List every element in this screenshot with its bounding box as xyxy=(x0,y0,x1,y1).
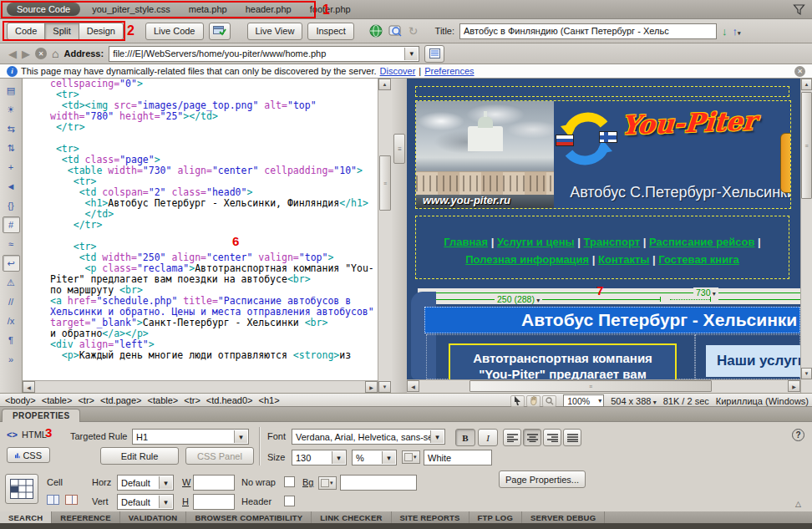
size-unit-combo[interactable]: % xyxy=(352,450,397,465)
services-heading[interactable]: Наши услуги xyxy=(706,345,800,377)
cell-width-input[interactable] xyxy=(193,475,235,491)
collapse-selection-icon[interactable]: ⇅ xyxy=(3,140,20,156)
apply-comment-icon[interactable]: // xyxy=(3,293,20,310)
tag-selector-item[interactable]: <tr> xyxy=(184,395,200,405)
related-file-tab[interactable]: footer.php xyxy=(310,4,351,14)
site-banner[interactable]: www.you-piter.ru You-Piter Автобус С.Пет… xyxy=(415,100,791,209)
bottom-tab-server-debug[interactable]: SERVER DEBUG xyxy=(522,511,605,523)
live-view-button[interactable]: Live View xyxy=(247,23,303,40)
related-file-tab[interactable]: header.php xyxy=(246,4,292,14)
code-scroll-thumb[interactable]: ≡ xyxy=(379,155,391,211)
split-cell-icon[interactable] xyxy=(65,495,78,505)
tag-selector-item[interactable]: <td.head0> xyxy=(206,395,253,405)
get-file-icon[interactable]: ↓ xyxy=(722,25,728,38)
expand-all-icon[interactable]: + xyxy=(3,159,20,175)
bold-button[interactable]: B xyxy=(455,429,475,446)
source-code-tab[interactable]: Source Code xyxy=(7,3,80,16)
address-input[interactable]: file:///E|/WebServers/home/you-piter/www… xyxy=(109,46,419,62)
bottom-tab-link-checker[interactable]: LINK CHECKER xyxy=(312,511,391,523)
design-nav-link[interactable]: Полезная информация xyxy=(465,253,589,266)
highlight-invalid-code-icon[interactable]: ≈ xyxy=(3,236,20,252)
bottom-tab-reference[interactable]: REFERENCE xyxy=(52,511,119,523)
collapse-panel-icon[interactable]: △ xyxy=(795,500,801,508)
back-icon[interactable]: ◀ xyxy=(8,48,17,60)
scroll-down-icon[interactable]: ▼ xyxy=(801,368,812,379)
collapse-full-tag-icon[interactable]: ⇆ xyxy=(3,120,20,137)
code-editor[interactable]: cellspacing="0">20 <tr>21 <td><img src="… xyxy=(23,79,378,380)
align-center-icon[interactable] xyxy=(523,429,541,446)
scroll-right-icon[interactable]: ▶ xyxy=(365,381,378,393)
format-source-icon[interactable]: ¶ xyxy=(3,332,20,348)
text-color-input[interactable]: White xyxy=(424,450,492,465)
header-checkbox[interactable] xyxy=(284,496,295,506)
italic-button[interactable]: I xyxy=(478,429,498,446)
tag-selector-item[interactable]: <tr> xyxy=(78,395,94,405)
design-nav-link[interactable]: Транспорт xyxy=(584,236,641,248)
design-nav-link[interactable]: Расписание рейсов xyxy=(649,236,754,248)
design-horizontal-scrollbar[interactable]: ◀ ≡ ▶ xyxy=(407,379,800,393)
design-view-button[interactable]: Design xyxy=(79,23,124,40)
vert-combo[interactable]: Default xyxy=(117,494,174,510)
scroll-left-icon[interactable]: ◀ xyxy=(23,381,35,393)
bg-color-input[interactable] xyxy=(340,475,417,491)
merge-cells-icon[interactable] xyxy=(47,495,59,505)
scroll-up-icon[interactable]: ▲ xyxy=(801,79,812,90)
filter-related-files-icon[interactable] xyxy=(793,3,805,16)
html-mode-button[interactable]: HTML xyxy=(22,430,47,440)
tag-selector-item[interactable]: <body> xyxy=(5,395,36,405)
split-view-divider[interactable] xyxy=(392,79,407,393)
expand-more-icon[interactable]: » xyxy=(3,351,20,368)
put-file-icon[interactable]: ↑▾ xyxy=(733,25,741,38)
code-view-button[interactable]: Code xyxy=(7,23,45,40)
bottom-tab-search[interactable]: SEARCH xyxy=(0,511,52,523)
outer-table-width-menu[interactable]: 730 xyxy=(693,287,718,298)
magnification-combo[interactable]: 100% xyxy=(563,394,604,407)
related-file-tab[interactable]: meta.php xyxy=(189,4,227,14)
nowrap-checkbox[interactable] xyxy=(284,476,295,487)
forward-icon[interactable]: ▶ xyxy=(22,48,30,60)
scroll-left-icon[interactable]: ◀ xyxy=(407,380,419,392)
align-justify-icon[interactable] xyxy=(563,429,581,446)
scroll-right-icon[interactable]: ▶ xyxy=(788,380,800,392)
design-nav-link[interactable]: Главная xyxy=(444,236,488,248)
preview-in-browser-icon[interactable] xyxy=(369,24,383,38)
bottom-tab-ftp-log[interactable]: FTP LOG xyxy=(469,511,522,523)
open-documents-icon[interactable]: ▤ xyxy=(3,82,20,99)
size-combo[interactable]: 130 xyxy=(292,450,347,465)
w3c-validation-icon[interactable] xyxy=(388,24,403,38)
file-list-icon[interactable] xyxy=(424,45,444,63)
tag-selector-item[interactable]: <table> xyxy=(148,395,179,405)
align-right-icon[interactable] xyxy=(543,429,561,446)
split-view-grip[interactable]: ≡ xyxy=(393,134,405,164)
hand-tool-icon[interactable] xyxy=(526,395,540,407)
zoom-tool-icon[interactable] xyxy=(542,395,556,407)
bottom-tab-site-reports[interactable]: SITE REPORTS xyxy=(392,511,469,523)
tag-selector-item[interactable]: <h1> xyxy=(259,395,280,405)
preferences-link[interactable]: Preferences xyxy=(424,66,474,76)
stop-icon[interactable]: ✕ xyxy=(35,48,47,59)
select-tool-icon[interactable] xyxy=(510,395,525,407)
css-mode-button[interactable]: CSS xyxy=(7,447,50,463)
design-scroll-thumb[interactable]: ≡ xyxy=(801,92,812,199)
help-icon[interactable]: ? xyxy=(792,429,804,441)
properties-tab[interactable]: PROPERTIES xyxy=(2,409,80,422)
align-left-icon[interactable] xyxy=(503,429,521,446)
css-panel-button[interactable]: CSS Panel xyxy=(185,447,254,465)
font-combo[interactable]: Verdana, Arial, Helvetica, sans-serif xyxy=(292,429,445,445)
document-title-input[interactable]: Автобус в Финляндию (Санкт Петербург - Х… xyxy=(459,23,717,39)
balance-braces-icon[interactable]: {} xyxy=(3,197,20,214)
design-hscroll-thumb[interactable]: ≡ xyxy=(469,380,712,392)
bottom-tab-browser-compatibility[interactable]: BROWSER COMPATIBILITY xyxy=(186,511,312,523)
bottom-tab-validation[interactable]: VALIDATION xyxy=(120,511,187,523)
scroll-up-icon[interactable]: ▲ xyxy=(378,79,391,90)
scroll-down-icon[interactable]: ▼ xyxy=(378,381,391,393)
column-width-menu[interactable]: 250 (288) xyxy=(495,294,542,304)
check-browser-compatibility-icon[interactable] xyxy=(209,23,231,40)
design-nav-link[interactable]: Контакты xyxy=(598,253,649,266)
tag-selector-item[interactable]: <table> xyxy=(42,395,73,405)
code-horizontal-scrollbar[interactable]: ◀ ▶ xyxy=(23,380,378,393)
horz-combo[interactable]: Default xyxy=(117,475,174,491)
edit-rule-button[interactable]: Edit Rule xyxy=(100,447,179,465)
refresh-icon[interactable]: ↻ xyxy=(409,24,419,38)
design-nav-link[interactable]: Услуги и цены xyxy=(497,236,575,248)
